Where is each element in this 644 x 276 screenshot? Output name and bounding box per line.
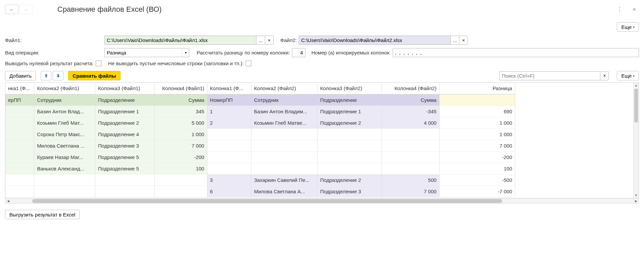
cell[interactable]: -500 [439,174,515,186]
cell[interactable] [207,128,251,140]
kebab-menu-button[interactable]: ⋮ [615,5,624,13]
col-header[interactable]: Колонка4 (Файл2) [382,83,439,94]
cell[interactable]: 5 000 [155,117,207,128]
cell[interactable]: -200 [439,151,515,163]
table-row[interactable]: Сорока Петр Макс...Подразделение 41 0001… [5,128,515,140]
cell[interactable]: ерПП [5,94,34,106]
scroll-thumb[interactable] [634,89,638,122]
close-button[interactable]: × [630,5,638,13]
cell[interactable]: -345 [382,106,439,117]
cell[interactable] [251,163,317,174]
cell[interactable]: 100 [155,163,207,174]
cell[interactable] [5,128,34,140]
cell[interactable]: Сумма [382,94,439,106]
col-header[interactable]: Колонка1 (Ф... [207,83,251,94]
cell[interactable] [95,186,155,197]
cell[interactable]: 500 [382,174,439,186]
cell[interactable]: Подразделение 5 [95,151,155,163]
compare-files-button[interactable]: Сравнить файлы [68,71,120,80]
file2-input[interactable] [299,36,450,45]
cell[interactable] [317,163,382,174]
cell[interactable]: 3 [207,174,251,186]
cell[interactable]: 1 [207,106,251,117]
cell[interactable] [317,140,382,151]
cell[interactable]: 4 000 [382,117,439,128]
cell[interactable]: Сотрудник [34,94,95,106]
cell[interactable]: 1 000 [439,117,515,128]
ignored-cols-input[interactable] [393,48,639,57]
table-more-button[interactable]: Еще ▾ [617,71,639,80]
table-row[interactable]: Базин Антон Влад...Подразделение 13451Ба… [5,106,515,117]
cell[interactable]: 100 [439,163,515,174]
move-up-button[interactable]: ⬆ [41,71,51,80]
cell[interactable]: Подразделение 3 [317,186,382,197]
cell[interactable]: Козьмин Глеб Мат... [34,117,95,128]
cell[interactable] [382,140,439,151]
horizontal-scrollbar[interactable]: ◀ ▶ [5,198,639,204]
col-header[interactable]: Колонка2 (Файл2) [251,83,317,94]
cell[interactable]: 345 [155,106,207,117]
result-grid[interactable]: нка1 (Ф... Колонка2 (Файл1) Колонка3 (Фа… [5,82,639,198]
cell[interactable] [155,186,207,197]
cell[interactable]: Захаркин Савелий Пе... [251,174,317,186]
search-input[interactable] [499,71,600,80]
cell[interactable]: Кураев Назар Маг... [34,151,95,163]
cell[interactable]: -7 000 [439,186,515,197]
cell[interactable] [5,140,34,151]
cell[interactable] [155,174,207,186]
cell[interactable]: Базин Антон Влад... [34,106,95,117]
cell[interactable] [95,174,155,186]
col-header[interactable]: Колонка3 (Файл1) [95,83,155,94]
table-row[interactable]: ерППСотрудникПодразделениеСуммаНомерППСо… [5,94,515,106]
move-down-button[interactable]: ⬇ [53,71,63,80]
export-excel-button[interactable]: Выгрузить результат в Excel [5,210,80,219]
op-type-dropdown-button[interactable]: ▾ [182,48,189,57]
cell[interactable] [5,106,34,117]
op-type-select[interactable] [104,48,189,57]
cell[interactable] [439,94,515,106]
cell[interactable] [382,151,439,163]
table-row[interactable]: Милова Светлана ...Подразделение 37 0007… [5,140,515,151]
print-zero-checkbox[interactable] [96,61,101,66]
file1-browse-button[interactable]: ... [256,36,265,45]
vertical-scrollbar[interactable]: ▲ ▼ [633,83,639,198]
cell[interactable] [5,186,34,197]
table-row[interactable]: Козьмин Глеб Мат...Подразделение 25 0002… [5,117,515,128]
cell[interactable] [317,128,382,140]
cell[interactable]: НомерПП [207,94,251,106]
table-row[interactable]: Кураев Назар Маг...Подразделение 5-200-2… [5,151,515,163]
cell[interactable]: Подразделение 3 [95,140,155,151]
cell[interactable]: 690 [439,106,515,117]
more-button[interactable]: Еще ▾ [617,22,639,32]
nav-back-button[interactable]: ← [5,5,18,14]
cell[interactable]: 7 000 [439,140,515,151]
cell[interactable] [5,163,34,174]
file2-clear-button[interactable]: × [459,36,468,45]
cell[interactable]: 7 000 [382,186,439,197]
cell[interactable]: Сотрудник [251,94,317,106]
cell[interactable]: Ваньков Александ... [34,163,95,174]
cell[interactable]: Козьмин Глеб Матве... [251,117,317,128]
cell[interactable]: 2 [207,117,251,128]
col-header[interactable]: Колонка4 (Файл1) [155,83,207,94]
cell[interactable] [34,186,95,197]
table-row[interactable]: 6Милова Светлана А...Подразделение 37 00… [5,186,515,197]
cell[interactable]: Подразделение 2 [317,117,382,128]
cell[interactable]: Базин Антон Владим... [251,106,317,117]
cell[interactable]: 1 000 [155,128,207,140]
cell[interactable] [207,163,251,174]
scroll-thumb[interactable] [32,199,502,203]
file1-clear-button[interactable]: × [265,36,274,45]
file1-input[interactable] [104,36,256,45]
cell[interactable] [382,128,439,140]
col-header[interactable]: Колонка3 (Файл2) [317,83,382,94]
cell[interactable] [5,151,34,163]
cell[interactable]: -200 [155,151,207,163]
cell[interactable]: Подразделение 1 [317,106,382,117]
cell[interactable]: 1 000 [439,128,515,140]
cell[interactable]: Подразделение [95,94,155,106]
cell[interactable]: Подразделение 2 [317,174,382,186]
cell[interactable] [251,128,317,140]
cell[interactable]: Подразделение 5 [95,163,155,174]
cell[interactable]: 6 [207,186,251,197]
